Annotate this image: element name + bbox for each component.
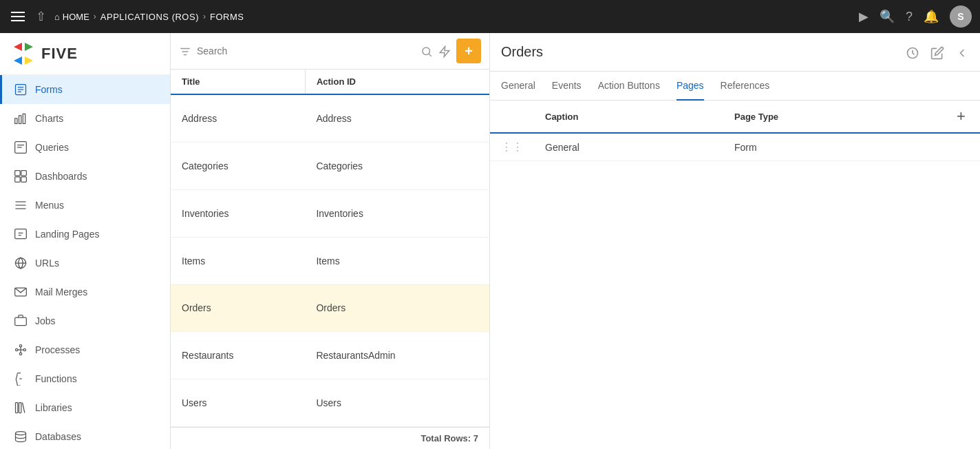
cell-action-id: Inventories	[305, 190, 489, 238]
bell-icon[interactable]: 🔔	[924, 9, 939, 24]
detail-title: Orders	[501, 44, 897, 60]
cell-action-id: RestaurantsAdmin	[305, 332, 489, 379]
col-add: + ↑	[946, 101, 980, 133]
svg-rect-11	[15, 171, 21, 176]
sidebar-item-charts[interactable]: Charts	[0, 104, 170, 133]
cell-action-id: Items	[305, 237, 489, 284]
pages-table-row[interactable]: ⋮⋮ General Form	[490, 133, 980, 161]
nav-actions: ▶ 🔍 ? 🔔 S	[859, 6, 972, 28]
processes-icon	[13, 342, 28, 357]
hamburger-menu[interactable]	[8, 9, 28, 24]
list-toolbar: +	[171, 33, 489, 70]
sidebar-item-queries[interactable]: Queries	[0, 133, 170, 162]
search-input[interactable]	[197, 45, 415, 56]
svg-rect-29	[16, 403, 18, 413]
flash-icon[interactable]	[438, 44, 451, 59]
svg-point-23	[23, 348, 25, 351]
sidebar-label-urls: URLs	[35, 258, 59, 269]
sidebar-item-processes[interactable]: Processes	[0, 335, 170, 364]
back-icon[interactable]	[955, 44, 969, 60]
svg-point-25	[19, 353, 21, 355]
sidebar-item-databases[interactable]: Databases	[0, 422, 170, 449]
libraries-icon	[13, 400, 28, 415]
svg-rect-6	[19, 116, 21, 124]
tab-events[interactable]: Events	[552, 72, 582, 101]
cell-title: Items	[171, 237, 305, 284]
table-row[interactable]: Orders Orders	[171, 284, 489, 332]
sidebar-label-jobs: Jobs	[35, 315, 56, 326]
page-label: FORMS	[210, 12, 244, 22]
add-button[interactable]: +	[456, 39, 481, 63]
nav-up-button[interactable]: ⇧	[36, 9, 46, 24]
breadcrumb-sep-2: ›	[203, 12, 206, 21]
tab-general[interactable]: General	[501, 72, 535, 101]
app-label[interactable]: APPLICATIONS (ROS)	[100, 12, 199, 22]
edit-icon[interactable]	[930, 44, 944, 60]
cell-actions	[946, 133, 980, 161]
sidebar-label-libraries: Libraries	[35, 402, 72, 413]
sidebar-item-libraries[interactable]: Libraries	[0, 393, 170, 422]
sidebar-item-urls[interactable]: URLs	[0, 249, 170, 278]
pages-table-container: Caption Page Type + ↑ ⋮⋮ General Form	[490, 101, 980, 449]
breadcrumb-home[interactable]: ⌂ HOME	[54, 12, 89, 22]
forms-table-body: Address Address Categories Categories In…	[171, 94, 489, 427]
cell-page-type: Form	[723, 133, 946, 161]
search-circle-icon[interactable]: 🔍	[880, 9, 895, 24]
sidebar: FIVE Forms Charts Queries Dashboards Men…	[0, 33, 171, 449]
svg-rect-12	[21, 171, 27, 176]
help-icon[interactable]: ?	[906, 10, 913, 24]
sidebar-item-forms[interactable]: Forms	[0, 75, 170, 104]
svg-rect-5	[15, 118, 17, 124]
avatar[interactable]: S	[950, 6, 972, 28]
sidebar-item-menus[interactable]: Menus	[0, 191, 170, 220]
sidebar-label-menus: Menus	[35, 200, 64, 211]
content-panel: + Title Action ID Address Address Catego…	[171, 33, 980, 449]
sidebar-label-processes: Processes	[35, 344, 80, 355]
jobs-icon	[13, 313, 28, 328]
pages-table: Caption Page Type + ↑ ⋮⋮ General Form	[490, 101, 980, 161]
sidebar-item-jobs[interactable]: Jobs	[0, 306, 170, 335]
history-icon[interactable]	[906, 44, 919, 60]
drag-handle[interactable]: ⋮⋮	[501, 141, 523, 153]
pages-add-button[interactable]: +	[957, 107, 966, 125]
sidebar-label-charts: Charts	[35, 113, 63, 124]
table-row[interactable]: Users Users	[171, 379, 489, 427]
table-row[interactable]: Categories Categories	[171, 143, 489, 190]
filter-icon[interactable]	[179, 44, 191, 59]
svg-point-24	[19, 345, 21, 347]
urls-icon	[13, 255, 28, 271]
tab-references[interactable]: References	[721, 72, 770, 101]
col-action-id: Action ID	[305, 70, 489, 94]
detail-header-actions	[906, 44, 969, 60]
main-layout: FIVE Forms Charts Queries Dashboards Men…	[0, 33, 980, 449]
cell-action-id: Address	[305, 94, 489, 143]
pages-table-body: ⋮⋮ General Form	[490, 133, 980, 161]
databases-icon	[13, 429, 28, 444]
sidebar-label-queries: Queries	[35, 142, 69, 153]
tab-action-buttons[interactable]: Action Buttons	[598, 72, 660, 101]
table-row[interactable]: Restaurants RestaurantsAdmin	[171, 332, 489, 379]
sidebar-item-landing-pages[interactable]: Landing Pages	[0, 220, 170, 249]
sidebar-item-mail-merges[interactable]: Mail Merges	[0, 278, 170, 306]
table-row[interactable]: Items Items	[171, 237, 489, 284]
cell-action-id: Categories	[305, 143, 489, 190]
detail-panel: Orders	[490, 33, 980, 449]
col-title: Title	[171, 70, 305, 94]
tab-pages[interactable]: Pages	[677, 72, 704, 101]
sidebar-logo: FIVE	[0, 33, 170, 75]
forms-table: Title Action ID Address Address Categori…	[171, 70, 489, 427]
play-icon[interactable]: ▶	[859, 9, 869, 24]
table-row[interactable]: Address Address	[171, 94, 489, 143]
cell-title: Categories	[171, 143, 305, 190]
search-icon[interactable]	[420, 44, 433, 59]
charts-icon	[13, 111, 28, 126]
queries-icon	[13, 140, 28, 155]
table-row[interactable]: Inventories Inventories	[171, 190, 489, 238]
sidebar-label-dashboards: Dashboards	[35, 171, 87, 182]
sidebar-label-databases: Databases	[35, 431, 81, 442]
menus-icon	[13, 198, 28, 213]
breadcrumb-sep-1: ›	[94, 12, 96, 21]
sidebar-label-functions: Functions	[35, 373, 77, 384]
sidebar-item-dashboards[interactable]: Dashboards	[0, 162, 170, 191]
sidebar-item-functions[interactable]: Functions	[0, 364, 170, 393]
